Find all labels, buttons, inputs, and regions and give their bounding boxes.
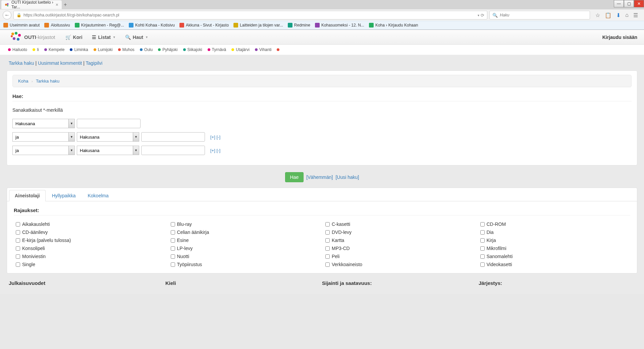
- limit-checkbox[interactable]: [325, 246, 330, 251]
- back-button[interactable]: ←: [3, 11, 11, 19]
- location-link[interactable]: Muhos: [118, 47, 135, 52]
- close-window-button[interactable]: ✕: [634, 0, 644, 7]
- tab-hyllypaikka[interactable]: Hyllypaikka: [46, 190, 82, 201]
- field-select-3[interactable]: Hakusana: [77, 146, 139, 155]
- limit-checkbox-item[interactable]: Sanomalehti: [480, 254, 629, 259]
- bookmark-item[interactable]: Kirjautuminen - Reg@...: [75, 23, 124, 28]
- tab-aineistolaji[interactable]: Aineistolaji: [9, 190, 46, 201]
- bookmark-item[interactable]: Redmine: [288, 23, 310, 28]
- limit-checkbox[interactable]: [325, 254, 330, 259]
- link-uusimmat[interactable]: Uusimmat kommentit: [38, 60, 82, 66]
- add-row-button[interactable]: [+]: [210, 148, 215, 153]
- bookmark-item[interactable]: Aloitussivu: [44, 23, 70, 28]
- limit-checkbox-item[interactable]: Single: [16, 262, 164, 267]
- bool-select-2[interactable]: ja: [12, 132, 75, 142]
- location-link[interactable]: Siikajoki: [183, 47, 202, 52]
- limit-checkbox-item[interactable]: Celian äänikirja: [171, 230, 319, 235]
- maximize-button[interactable]: ▢: [624, 0, 634, 7]
- url-input[interactable]: [23, 13, 476, 17]
- location-link[interactable]: Utajärvi: [231, 47, 250, 52]
- location-link[interactable]: Vihanti: [255, 47, 271, 52]
- location-link[interactable]: Pyhäjoki: [158, 47, 177, 52]
- limit-checkbox[interactable]: [16, 262, 20, 267]
- limit-checkbox[interactable]: [171, 238, 175, 243]
- limit-checkbox-item[interactable]: Mikrofilmi: [480, 246, 629, 251]
- limit-checkbox[interactable]: [480, 238, 485, 243]
- menu-icon[interactable]: ☰: [633, 12, 638, 18]
- limit-checkbox[interactable]: [171, 246, 175, 251]
- limit-checkbox-item[interactable]: Aikakauslehti: [16, 221, 164, 227]
- limit-checkbox-item[interactable]: Nuotti: [171, 254, 319, 259]
- limit-checkbox[interactable]: [171, 230, 175, 235]
- login-link[interactable]: Kirjaudu sisään: [602, 35, 637, 40]
- location-link[interactable]: Hailuoto: [8, 47, 27, 52]
- location-link[interactable]: Liminka: [70, 47, 88, 52]
- reload-icon[interactable]: ⟳: [481, 13, 484, 18]
- limit-checkbox-item[interactable]: Moniviestin: [16, 254, 164, 259]
- limit-checkbox[interactable]: [16, 246, 20, 251]
- search-input-2[interactable]: [141, 132, 205, 142]
- limit-checkbox[interactable]: [480, 222, 485, 227]
- bookmark-item[interactable]: Useimmin avatut: [3, 23, 40, 28]
- bookmark-item[interactable]: Koha › Kirjaudu Kohaan: [369, 23, 418, 28]
- field-select-1[interactable]: Hakusana: [12, 119, 75, 128]
- limit-checkbox-item[interactable]: C-kasetti: [325, 221, 474, 227]
- bookmark-item[interactable]: Laitteiden ja tilojen var...: [233, 23, 283, 28]
- remove-row-button[interactable]: [-]: [216, 135, 220, 140]
- limit-checkbox[interactable]: [16, 230, 20, 235]
- minimize-button[interactable]: —: [614, 0, 624, 7]
- download-icon[interactable]: ⬇: [616, 12, 621, 18]
- clipboard-icon[interactable]: 📋: [605, 12, 611, 18]
- limit-checkbox-item[interactable]: MP3-CD: [325, 246, 474, 251]
- breadcrumb-home[interactable]: Koha: [18, 79, 28, 84]
- tab-close-icon[interactable]: ×: [56, 2, 58, 7]
- limit-checkbox[interactable]: [16, 254, 20, 259]
- limit-checkbox[interactable]: [16, 222, 20, 227]
- location-link[interactable]: Oulu: [140, 47, 153, 52]
- limit-checkbox-item[interactable]: Konsolipeli: [16, 246, 164, 251]
- limit-checkbox[interactable]: [325, 230, 330, 235]
- field-select-2[interactable]: Hakusana: [77, 132, 139, 142]
- limit-checkbox[interactable]: [171, 254, 175, 259]
- breadcrumb-current[interactable]: Tarkka haku: [36, 79, 59, 84]
- nav-listat[interactable]: ☰ Listat ▼: [92, 35, 116, 40]
- browser-search-bar[interactable]: 🔍: [489, 11, 590, 19]
- limit-checkbox[interactable]: [171, 222, 175, 227]
- limit-checkbox-item[interactable]: CD-äänilevy: [16, 230, 164, 235]
- search-input-1[interactable]: [77, 119, 141, 128]
- limit-checkbox-item[interactable]: CD-ROM: [480, 221, 629, 227]
- location-link[interactable]: Tyrnävä: [208, 47, 226, 52]
- limit-checkbox-item[interactable]: Blu-ray: [171, 221, 319, 227]
- limit-checkbox-item[interactable]: Verkkoaineisto: [325, 262, 474, 267]
- link-tarkka-haku[interactable]: Tarkka haku: [9, 60, 34, 66]
- limit-checkbox[interactable]: [325, 238, 330, 243]
- bool-select-3[interactable]: ja: [12, 146, 75, 155]
- search-submit-button[interactable]: Hae: [285, 172, 304, 182]
- nav-kori[interactable]: 🛒 Kori: [65, 35, 83, 40]
- bookmark-item[interactable]: Kohasuomeksi - 12. N...: [315, 23, 364, 28]
- new-search-link[interactable]: [Uusi haku]: [335, 174, 359, 180]
- limit-checkbox-item[interactable]: Videokasetti: [480, 262, 629, 267]
- tab-kokoelma[interactable]: Kokoelma: [82, 190, 114, 201]
- limit-checkbox[interactable]: [325, 262, 330, 267]
- location-link[interactable]: Ii: [33, 47, 39, 52]
- limit-checkbox[interactable]: [171, 262, 175, 267]
- limit-checkbox-item[interactable]: Työpiirustus: [171, 262, 319, 267]
- location-link[interactable]: Lumijoki: [94, 47, 113, 52]
- location-link[interactable]: [277, 48, 279, 51]
- limit-checkbox-item[interactable]: Esine: [171, 238, 319, 243]
- link-tagipilvi[interactable]: Tagipilvi: [86, 60, 103, 66]
- limit-checkbox-item[interactable]: Kartta: [325, 238, 474, 243]
- limit-checkbox[interactable]: [480, 262, 485, 267]
- limit-checkbox-item[interactable]: DVD-levy: [325, 230, 474, 235]
- site-logo[interactable]: OUTI-kirjastot: [11, 32, 55, 43]
- bookmark-star-icon[interactable]: ☆: [595, 12, 600, 18]
- limit-checkbox-item[interactable]: Dia: [480, 230, 629, 235]
- limit-checkbox[interactable]: [480, 254, 485, 259]
- nav-haut[interactable]: 🔍 Haut ▼: [125, 35, 148, 40]
- browser-tab[interactable]: OUTI Kirjastot luettelo › Tar... ×: [1, 0, 62, 9]
- new-tab-button[interactable]: +: [64, 2, 67, 8]
- search-input-3[interactable]: [141, 146, 205, 155]
- limit-checkbox-item[interactable]: E-kirja (palvelu tulossa): [16, 238, 164, 243]
- home-icon[interactable]: ⌂: [625, 12, 629, 18]
